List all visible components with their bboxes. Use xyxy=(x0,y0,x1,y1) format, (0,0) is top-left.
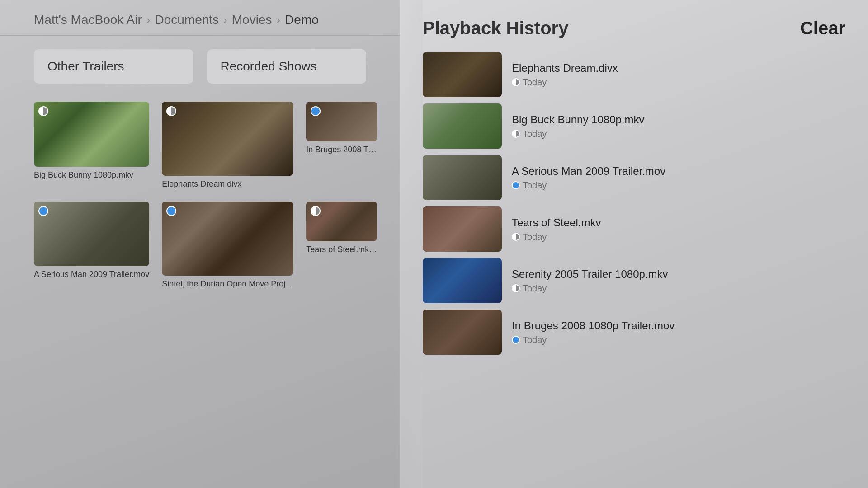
left-panel: Matt's MacBook Air › Documents › Movies … xyxy=(0,0,400,488)
badge-bbunny xyxy=(38,106,48,116)
history-badge-seriousman xyxy=(512,181,520,189)
history-time-bbunny: Today xyxy=(523,129,547,139)
breadcrumb-sep-3: › xyxy=(276,13,280,27)
history-time-row-serenity: Today xyxy=(512,283,668,294)
history-badge-bbunny xyxy=(512,130,520,138)
history-thumb-serenity xyxy=(423,258,502,303)
history-name-tearssteel: Tears of Steel.mkv xyxy=(512,216,601,229)
header-divider xyxy=(0,35,400,36)
history-badge-elephants xyxy=(512,78,520,86)
breadcrumb: Matt's MacBook Air › Documents › Movies … xyxy=(0,0,400,35)
history-title: Playback History xyxy=(423,18,568,38)
breadcrumb-demo[interactable]: Demo xyxy=(285,13,319,27)
history-time-seriousman: Today xyxy=(523,180,547,191)
media-label-tearssteel: Tears of Steel.mk… xyxy=(306,245,377,254)
right-panel: Playback History Clear Elephants Dream.d… xyxy=(400,0,868,488)
folder-row: Other Trailers Recorded Shows xyxy=(0,49,400,84)
media-thumb-seriousman xyxy=(34,202,149,267)
media-label-inbruges: In Bruges 2008 T… xyxy=(306,145,377,155)
history-info-elephants: Elephants Dream.divx Today xyxy=(512,62,618,88)
breadcrumb-movies[interactable]: Movies xyxy=(232,13,272,27)
history-item-bbunny[interactable]: Big Buck Bunny 1080p.mkv Today xyxy=(423,103,845,149)
badge-seriousman xyxy=(38,206,48,216)
media-grid: Big Buck Bunny 1080p.mkv Elephants Dream… xyxy=(0,102,400,289)
history-time-inbruges: Today xyxy=(523,335,547,345)
history-time-serenity: Today xyxy=(523,283,547,294)
history-thumb-tearssteel xyxy=(423,206,502,252)
history-info-bbunny: Big Buck Bunny 1080p.mkv Today xyxy=(512,113,645,139)
history-name-bbunny: Big Buck Bunny 1080p.mkv xyxy=(512,113,645,126)
history-time-row-seriousman: Today xyxy=(512,180,665,191)
badge-elephants xyxy=(166,106,176,116)
history-thumb-elephants xyxy=(423,52,502,97)
history-header: Playback History Clear xyxy=(423,18,845,38)
breadcrumb-documents[interactable]: Documents xyxy=(155,13,219,27)
media-thumb-inbruges xyxy=(306,102,377,141)
history-item-serenity[interactable]: Serenity 2005 Trailer 1080p.mkv Today xyxy=(423,258,845,303)
media-item-sintel[interactable]: Sintel, the Durian Open Move Proj… xyxy=(162,202,293,289)
history-name-elephants: Elephants Dream.divx xyxy=(512,62,618,75)
media-thumb-bbunny xyxy=(34,102,149,167)
history-info-serenity: Serenity 2005 Trailer 1080p.mkv Today xyxy=(512,268,668,294)
folder-recorded-shows[interactable]: Recorded Shows xyxy=(207,49,367,84)
history-time-row-tearssteel: Today xyxy=(512,232,601,242)
history-time-tearssteel: Today xyxy=(523,232,547,242)
history-info-tearssteel: Tears of Steel.mkv Today xyxy=(512,216,601,242)
history-thumb-bbunny xyxy=(423,103,502,149)
history-badge-tearssteel xyxy=(512,233,520,241)
media-thumb-tearssteel xyxy=(306,202,377,241)
badge-inbruges xyxy=(311,106,321,116)
media-label-elephants: Elephants Dream.divx xyxy=(162,179,293,189)
media-label-bbunny: Big Buck Bunny 1080p.mkv xyxy=(34,170,149,180)
history-badge-serenity xyxy=(512,284,520,292)
media-label-sintel: Sintel, the Durian Open Move Proj… xyxy=(162,279,293,289)
clear-button[interactable]: Clear xyxy=(800,18,845,38)
history-time-elephants: Today xyxy=(523,77,547,88)
badge-sintel xyxy=(166,206,176,216)
history-item-seriousman[interactable]: A Serious Man 2009 Trailer.mov Today xyxy=(423,155,845,200)
history-name-inbruges: In Bruges 2008 1080p Trailer.mov xyxy=(512,319,675,332)
media-item-inbruges[interactable]: In Bruges 2008 T… xyxy=(306,102,377,189)
history-info-inbruges: In Bruges 2008 1080p Trailer.mov Today xyxy=(512,319,675,345)
history-time-row-inbruges: Today xyxy=(512,335,675,345)
media-item-elephants[interactable]: Elephants Dream.divx xyxy=(162,102,293,189)
history-time-row-elephants: Today xyxy=(512,77,618,88)
history-info-seriousman: A Serious Man 2009 Trailer.mov Today xyxy=(512,165,665,191)
folder-other-trailers[interactable]: Other Trailers xyxy=(34,49,193,84)
media-item-tearssteel[interactable]: Tears of Steel.mk… xyxy=(306,202,377,289)
history-name-serenity: Serenity 2005 Trailer 1080p.mkv xyxy=(512,268,668,281)
media-item-seriousman[interactable]: A Serious Man 2009 Trailer.mov xyxy=(34,202,149,289)
media-thumb-elephants xyxy=(162,102,293,176)
media-item-bbunny[interactable]: Big Buck Bunny 1080p.mkv xyxy=(34,102,149,189)
media-thumb-sintel xyxy=(162,202,293,276)
history-name-seriousman: A Serious Man 2009 Trailer.mov xyxy=(512,165,665,178)
history-time-row-bbunny: Today xyxy=(512,129,645,139)
history-badge-inbruges xyxy=(512,336,520,344)
history-thumb-inbruges xyxy=(423,310,502,355)
breadcrumb-sep-2: › xyxy=(223,13,227,27)
badge-tearssteel xyxy=(311,206,321,216)
media-label-seriousman: A Serious Man 2009 Trailer.mov xyxy=(34,270,149,279)
history-item-inbruges[interactable]: In Bruges 2008 1080p Trailer.mov Today xyxy=(423,310,845,355)
history-list: Elephants Dream.divx Today Big Buck Bunn… xyxy=(423,52,845,355)
history-item-elephants[interactable]: Elephants Dream.divx Today xyxy=(423,52,845,97)
breadcrumb-sep-1: › xyxy=(146,13,151,27)
history-thumb-seriousman xyxy=(423,155,502,200)
history-item-tearssteel[interactable]: Tears of Steel.mkv Today xyxy=(423,206,845,252)
breadcrumb-macbook[interactable]: Matt's MacBook Air xyxy=(34,13,142,27)
